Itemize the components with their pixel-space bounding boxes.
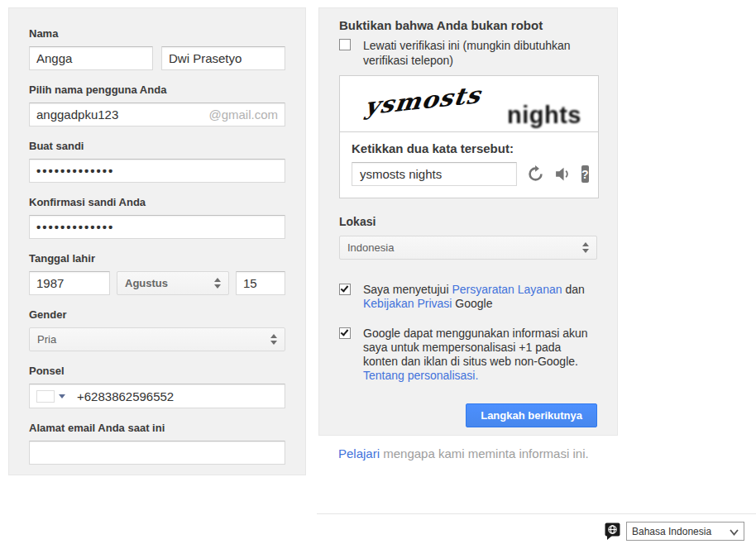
gmail-domain-suffix: @gmail.com — [208, 107, 278, 122]
location-label: Lokasi — [339, 215, 597, 228]
signup-page: Nama Pilih nama pengguna Anda anggadpku1… — [0, 0, 756, 544]
create-password-label: Buat sandi — [29, 140, 285, 152]
footer-divider — [317, 513, 756, 514]
current-email-label: Alamat email Anda saat ini — [29, 422, 285, 434]
tos-agreement-text: Saya menyetujui Persyaratan Layanan dan … — [363, 283, 597, 311]
phone-field: Ponsel +6283862596552 — [29, 365, 285, 408]
phone-number-value: +6283862596552 — [77, 389, 174, 403]
next-step-button[interactable]: Langkah berikutnya — [466, 403, 597, 427]
birth-month-value: Agustus — [125, 277, 168, 289]
gender-select[interactable]: Pria — [29, 327, 285, 351]
privacy-policy-link[interactable]: Kebijakan Privasi — [363, 297, 452, 310]
verification-panel: Buktikan bahwa Anda bukan robot Lewati v… — [318, 7, 618, 436]
personalization-checkbox[interactable] — [339, 327, 351, 339]
captcha-word-2: nights — [507, 102, 581, 129]
personalization-text: Google dapat menggunakan informasi akun … — [363, 327, 588, 368]
tos-prefix: Saya menyetujui — [363, 283, 449, 296]
checkmark-icon — [341, 284, 349, 292]
last-name-input[interactable] — [161, 46, 285, 70]
spinner-arrows-icon — [582, 242, 589, 253]
confirm-password-input[interactable] — [29, 215, 285, 239]
terms-of-service-link[interactable]: Persyaratan Layanan — [452, 283, 562, 296]
captcha-entry: Ketikkan dua kata tersebut: — [340, 132, 598, 198]
phone-input[interactable]: +6283862596552 — [29, 384, 285, 408]
gender-value: Pria — [37, 333, 56, 346]
tos-conjunction: dan — [565, 283, 584, 296]
birth-year-input[interactable] — [29, 271, 110, 295]
location-value: Indonesia — [347, 241, 394, 254]
captcha-image: ysmosts nights — [340, 76, 598, 132]
personalization-agreement-text: Google dapat menggunakan informasi akun … — [363, 327, 597, 383]
current-email-input[interactable] — [29, 441, 285, 465]
create-password-input[interactable] — [29, 159, 285, 183]
birth-month-select[interactable]: Agustus — [117, 271, 229, 295]
spinner-arrows-icon — [214, 278, 221, 289]
captcha-entry-label: Ketikkan dua kata tersebut: — [352, 141, 586, 155]
spinner-arrows-icon — [270, 334, 277, 345]
gender-label: Gender — [29, 308, 285, 321]
learn-more-line: Pelajari mengapa kami meminta informasi … — [338, 446, 589, 460]
confirm-password-field: Konfirmasi sandi Anda — [29, 196, 285, 239]
birthday-field: Tanggal lahir Agustus — [29, 252, 285, 295]
chevron-down-icon[interactable] — [59, 394, 65, 398]
captcha-help-icon[interactable]: ? — [581, 165, 589, 183]
phone-label: Ponsel — [29, 365, 285, 377]
location-select[interactable]: Indonesia — [339, 236, 597, 260]
tos-suffix: Google — [455, 297, 492, 310]
skip-verification-row: Lewati verifikasi ini (mungkin dibutuhka… — [339, 38, 597, 68]
birth-day-input[interactable] — [236, 271, 285, 295]
current-email-field: Alamat email Anda saat ini — [29, 422, 285, 465]
checkmark-icon — [341, 327, 349, 336]
language-value: Bahasa Indonesia — [632, 526, 711, 537]
robot-heading: Buktikan bahwa Anda bukan robot — [339, 18, 597, 32]
birthday-label: Tanggal lahir — [29, 252, 285, 265]
name-label: Nama — [29, 27, 285, 40]
username-field: Pilih nama pengguna Anda anggadpku123 @g… — [29, 84, 285, 126]
skip-verification-checkbox[interactable] — [339, 39, 351, 50]
tos-agreement-row: Saya menyetujui Persyaratan Layanan dan … — [339, 283, 597, 311]
chevron-down-icon — [730, 524, 739, 539]
audio-captcha-icon[interactable] — [554, 165, 572, 183]
learn-more-link[interactable]: Pelajari — [338, 446, 380, 460]
gender-field: Gender Pria — [29, 308, 285, 351]
username-value: anggadpku123 — [36, 107, 118, 122]
first-name-input[interactable] — [29, 46, 153, 70]
reload-captcha-icon[interactable] — [527, 165, 544, 183]
captcha-answer-input[interactable] — [352, 162, 517, 186]
confirm-password-label: Konfirmasi sandi Anda — [29, 196, 285, 208]
name-field: Nama — [29, 27, 285, 70]
language-globe-icon — [605, 523, 620, 543]
username-input[interactable]: anggadpku123 @gmail.com — [29, 103, 285, 126]
learn-more-text: mengapa kami meminta informasi ini. — [383, 446, 588, 460]
language-select[interactable]: Bahasa Indonesia — [626, 522, 744, 541]
captcha-word-1: ysmosts — [363, 81, 483, 121]
account-details-panel: Nama Pilih nama pengguna Anda anggadpku1… — [8, 7, 306, 475]
skip-verification-label: Lewati verifikasi ini (mungkin dibutuhka… — [363, 38, 588, 68]
captcha-widget: ysmosts nights Ketikkan dua kata tersebu… — [339, 75, 599, 198]
about-personalization-link[interactable]: Tentang personalisasi. — [363, 369, 478, 382]
tos-checkbox[interactable] — [339, 284, 351, 295]
personalization-agreement-row: Google dapat menggunakan informasi akun … — [339, 327, 597, 383]
create-password-field: Buat sandi — [29, 140, 285, 183]
indonesia-flag-icon[interactable] — [36, 390, 55, 403]
username-label: Pilih nama pengguna Anda — [29, 84, 285, 96]
